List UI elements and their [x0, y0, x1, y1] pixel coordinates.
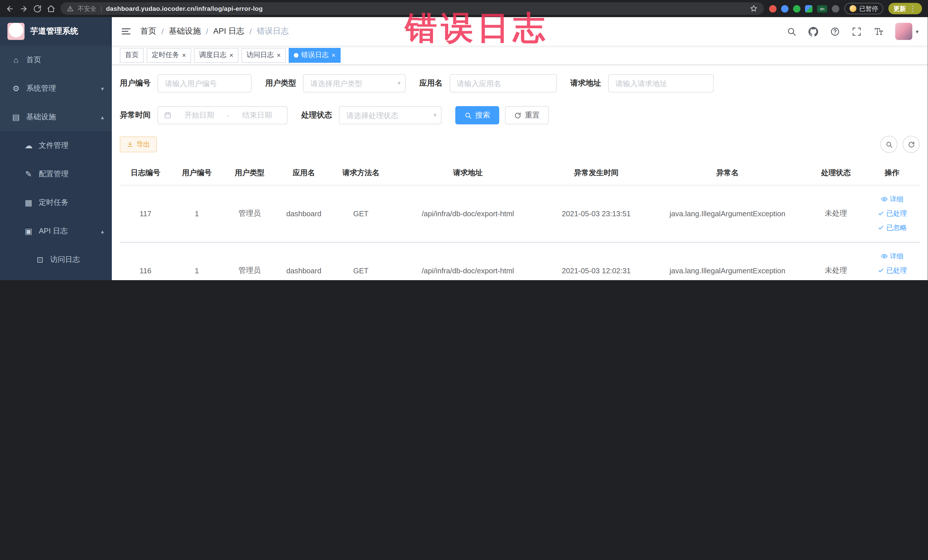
- sidebar-item-api-log[interactable]: ▣ API 日志 ▴: [0, 217, 112, 245]
- date-range-picker[interactable]: 开始日期 - 结束日期: [157, 106, 288, 124]
- sidebar-item-home[interactable]: ⌂ 首页: [0, 46, 112, 74]
- menu-label: API 日志: [39, 226, 68, 236]
- profile-paused-badge[interactable]: 已暂停: [844, 3, 883, 14]
- profile-avatar-icon: [850, 5, 856, 12]
- action-label: 详细: [890, 249, 904, 263]
- sidebar-item-file-mgmt[interactable]: ☁ 文件管理: [0, 131, 112, 160]
- filter-app-name: 应用名: [419, 74, 557, 92]
- mark-processed-link[interactable]: 已处理: [867, 206, 917, 221]
- chevron-up-icon: ▴: [101, 114, 104, 120]
- sidebar-item-infrastructure[interactable]: ▤ 基础设施 ▴: [0, 103, 112, 131]
- browser-home-icon[interactable]: [47, 4, 55, 13]
- cell-request-url: /api/infra/db-doc/export-html: [391, 242, 545, 280]
- reset-button[interactable]: 重置: [505, 106, 549, 124]
- extension-icon[interactable]: [832, 5, 839, 12]
- sidebar-item-access-log[interactable]: ⊡ 访问日志: [0, 245, 112, 274]
- github-icon[interactable]: [809, 26, 818, 36]
- hamburger-icon[interactable]: [121, 26, 131, 37]
- extension-icon[interactable]: [781, 5, 789, 12]
- page-url[interactable]: dashboard.yudao.iocoder.cn/infra/log/api…: [106, 5, 263, 12]
- cell-app-name: dashboard: [277, 185, 331, 242]
- main-area: 首页 / 基础设施 / API 日志 / 错误日志 ▾: [112, 17, 928, 280]
- sidebar-item-error-log[interactable]: ⊡ 错误日志: [0, 274, 112, 280]
- table-header: 日志编号 用户编号 用户类型 应用名 请求方法名 请求地址 异常发生时间 异常名…: [120, 161, 920, 185]
- mark-ignored-link[interactable]: 已忽略: [867, 278, 917, 280]
- chevron-up-icon: ▴: [101, 228, 104, 234]
- tab-error-log[interactable]: 错误日志 ×: [289, 48, 340, 63]
- not-secure-warning-icon: [67, 5, 73, 12]
- user-type-select[interactable]: [303, 74, 406, 92]
- check-icon: [877, 224, 884, 231]
- tab-label: 访问日志: [246, 50, 274, 60]
- extension-icon[interactable]: [769, 5, 777, 12]
- detail-link[interactable]: 详细: [867, 249, 917, 263]
- cell-exception-name: java.lang.IllegalArgumentException: [647, 242, 807, 280]
- not-secure-label[interactable]: 不安全: [78, 4, 96, 13]
- breadcrumb-home[interactable]: 首页: [140, 26, 156, 37]
- pencil-icon: ✎: [24, 169, 33, 179]
- sidebar-item-system-mgmt[interactable]: ⚙ 系统管理 ▾: [0, 74, 112, 103]
- export-button[interactable]: 导出: [120, 136, 157, 153]
- extension-on-badge[interactable]: on: [817, 5, 827, 12]
- search-button[interactable]: 搜索: [455, 106, 499, 124]
- font-size-icon[interactable]: [873, 26, 883, 36]
- tab-home[interactable]: 首页: [120, 48, 144, 63]
- close-tab-icon[interactable]: ×: [331, 52, 336, 58]
- sidebar-item-config-mgmt[interactable]: ✎ 配置管理: [0, 160, 112, 188]
- toggle-search-button[interactable]: [881, 136, 897, 153]
- close-tab-icon[interactable]: ×: [229, 52, 234, 58]
- detail-link[interactable]: 详细: [867, 192, 917, 206]
- cell-actions: 详细 已处理 已忽略: [864, 242, 920, 280]
- close-tab-icon[interactable]: ×: [182, 52, 186, 58]
- mark-ignored-link[interactable]: 已忽略: [867, 221, 917, 235]
- browser-forward-icon[interactable]: [20, 4, 28, 13]
- tags-view: 首页 定时任务 × 调度日志 × 访问日志 × 错误日志 ×: [112, 46, 928, 65]
- tab-dispatch-log[interactable]: 调度日志 ×: [194, 48, 238, 63]
- tab-scheduled-jobs[interactable]: 定时任务 ×: [147, 48, 191, 63]
- browser-update-button[interactable]: 更新: [888, 3, 922, 14]
- cloud-icon: ☁: [24, 141, 33, 150]
- action-label: 已处理: [886, 263, 907, 278]
- tab-access-log[interactable]: 访问日志 ×: [241, 48, 286, 63]
- refresh-button[interactable]: [903, 136, 920, 153]
- column-header: 处理状态: [807, 161, 864, 185]
- user-menu[interactable]: ▾: [895, 23, 919, 40]
- address-separator: |: [101, 5, 102, 12]
- browser-reload-icon[interactable]: [33, 4, 42, 13]
- extension-icon[interactable]: [805, 5, 812, 12]
- app-logo[interactable]: 芋道管理系统: [0, 17, 112, 46]
- user-id-input[interactable]: [157, 74, 252, 92]
- filter-label: 应用名: [419, 78, 443, 89]
- extension-icon[interactable]: [793, 5, 800, 12]
- breadcrumb-separator: /: [250, 27, 252, 36]
- sidebar-item-scheduled-jobs[interactable]: ▦ 定时任务: [0, 188, 112, 217]
- action-label: 详细: [890, 192, 904, 206]
- address-bar[interactable]: 不安全 | dashboard.yudao.iocoder.cn/infra/l…: [61, 2, 764, 15]
- action-label: 已忽略: [886, 221, 907, 235]
- menu-label: 配置管理: [39, 169, 69, 179]
- cell-status: 未处理: [807, 242, 864, 280]
- fullscreen-icon[interactable]: [852, 26, 862, 36]
- column-header: 用户编号: [171, 161, 223, 185]
- filter-request-url: 请求地址: [570, 74, 713, 92]
- bookmark-star-icon[interactable]: [750, 5, 758, 12]
- top-navbar: 首页 / 基础设施 / API 日志 / 错误日志 ▾: [112, 17, 928, 46]
- mark-processed-link[interactable]: 已处理: [867, 263, 917, 278]
- browser-back-icon[interactable]: [6, 4, 14, 13]
- column-header: 请求地址: [391, 161, 545, 185]
- app-name-input[interactable]: [449, 74, 557, 92]
- page-content: 用户编号 用户类型 ▾ 应用名 请求地址: [112, 65, 928, 280]
- close-tab-icon[interactable]: ×: [277, 52, 281, 58]
- search-icon[interactable]: [787, 26, 797, 36]
- cell-user-id: 1: [171, 242, 223, 280]
- cell-exception-time: 2021-05-03 12:02:31: [545, 242, 647, 280]
- breadcrumb-infrastructure[interactable]: 基础设施: [169, 26, 201, 37]
- help-icon[interactable]: [830, 26, 840, 36]
- button-label: 导出: [136, 139, 150, 149]
- breadcrumb-api-log[interactable]: API 日志: [214, 26, 244, 37]
- refresh-icon: [907, 140, 915, 148]
- breadcrumb-current: 错误日志: [257, 26, 289, 37]
- process-status-select[interactable]: [339, 106, 442, 124]
- date-range-separator: -: [227, 111, 230, 119]
- request-url-input[interactable]: [608, 74, 713, 92]
